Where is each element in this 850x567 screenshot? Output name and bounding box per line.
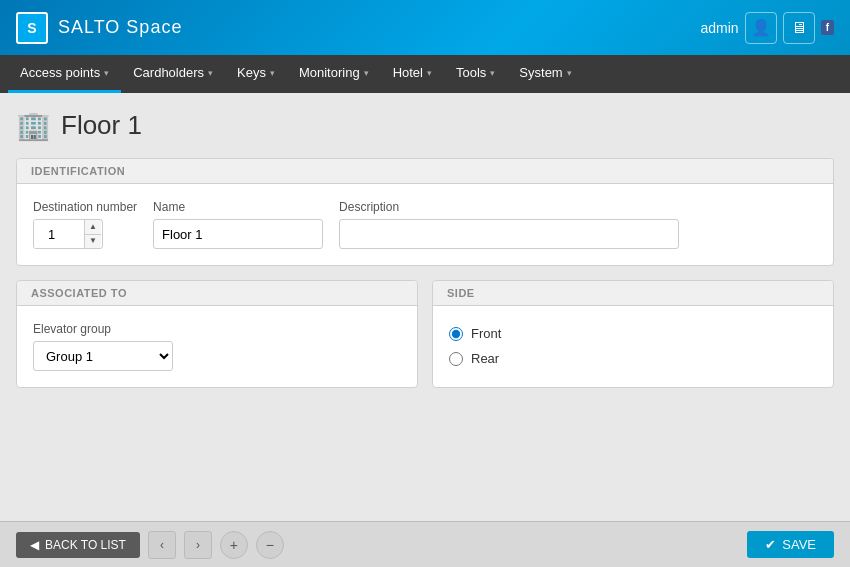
remove-button[interactable]: − xyxy=(256,531,284,559)
add-button[interactable]: + xyxy=(220,531,248,559)
description-input[interactable] xyxy=(339,219,679,249)
radio-front-input[interactable] xyxy=(449,327,463,341)
chevron-down-icon: ▾ xyxy=(208,68,213,78)
chevron-down-icon: ▾ xyxy=(364,68,369,78)
user-icon[interactable]: 👤 xyxy=(745,12,777,44)
nav-system[interactable]: System ▾ xyxy=(507,55,583,93)
footer: ◀ BACK TO LIST ‹ › + − ✔ SAVE xyxy=(0,521,850,567)
name-label: Name xyxy=(153,200,323,214)
side-radio-group: Front Rear xyxy=(449,326,817,366)
main-content: 🏢 Floor 1 IDENTIFICATION Destination num… xyxy=(0,93,850,521)
description-label: Description xyxy=(339,200,679,214)
monitor-icon[interactable]: 🖥 xyxy=(783,12,815,44)
destination-number-label: Destination number xyxy=(33,200,137,214)
identification-card: IDENTIFICATION Destination number ▲ ▼ Na… xyxy=(16,158,834,266)
side-body: Front Rear xyxy=(433,306,833,382)
back-to-list-button[interactable]: ◀ BACK TO LIST xyxy=(16,532,140,558)
spinner-up-button[interactable]: ▲ xyxy=(85,220,101,235)
nav-monitoring[interactable]: Monitoring ▾ xyxy=(287,55,381,93)
radio-rear-item[interactable]: Rear xyxy=(449,351,817,366)
radio-rear-input[interactable] xyxy=(449,352,463,366)
name-input[interactable] xyxy=(153,219,323,249)
header: S SALTO Space admin 👤 🖥 f xyxy=(0,0,850,55)
elevator-group-group: Elevator group Group 1 Group 2 Group 3 xyxy=(33,322,401,371)
nav-next-button[interactable]: › xyxy=(184,531,212,559)
arrow-right-icon: › xyxy=(196,538,200,552)
facebook-icon[interactable]: f xyxy=(821,20,834,35)
description-group: Description xyxy=(339,200,679,249)
checkmark-icon: ✔ xyxy=(765,537,776,552)
chevron-left-icon: ◀ xyxy=(30,538,39,552)
header-left: S SALTO Space xyxy=(16,12,182,44)
destination-number-group: Destination number ▲ ▼ xyxy=(33,200,137,249)
admin-label: admin xyxy=(701,20,739,36)
elevator-group-select[interactable]: Group 1 Group 2 Group 3 xyxy=(33,341,173,371)
destination-number-input[interactable] xyxy=(34,220,84,248)
radio-rear-label: Rear xyxy=(471,351,499,366)
spinner-down-button[interactable]: ▼ xyxy=(85,235,101,249)
associated-to-card: ASSOCIATED TO Elevator group Group 1 Gro… xyxy=(16,280,418,388)
app-title: SALTO Space xyxy=(58,17,182,38)
plus-icon: + xyxy=(230,537,238,553)
nav-hotel[interactable]: Hotel ▾ xyxy=(381,55,444,93)
page-title: Floor 1 xyxy=(61,110,142,141)
navbar: Access points ▾ Cardholders ▾ Keys ▾ Mon… xyxy=(0,55,850,93)
number-spinners: ▲ ▼ xyxy=(84,220,101,248)
nav-cardholders[interactable]: Cardholders ▾ xyxy=(121,55,225,93)
chevron-down-icon: ▾ xyxy=(104,68,109,78)
chevron-down-icon: ▾ xyxy=(270,68,275,78)
chevron-down-icon: ▾ xyxy=(567,68,572,78)
identification-header: IDENTIFICATION xyxy=(17,159,833,184)
logo-icon: S xyxy=(16,12,48,44)
name-group: Name xyxy=(153,200,323,249)
side-card: SIDE Front Rear xyxy=(432,280,834,388)
side-header: SIDE xyxy=(433,281,833,306)
radio-front-label: Front xyxy=(471,326,501,341)
minus-icon: − xyxy=(266,537,274,553)
associated-to-header: ASSOCIATED TO xyxy=(17,281,417,306)
identification-form-row: Destination number ▲ ▼ Name Description xyxy=(33,200,817,249)
footer-left: ◀ BACK TO LIST ‹ › + − xyxy=(16,531,284,559)
nav-access-points[interactable]: Access points ▾ xyxy=(8,55,121,93)
radio-front-item[interactable]: Front xyxy=(449,326,817,341)
arrow-left-icon: ‹ xyxy=(160,538,164,552)
nav-keys[interactable]: Keys ▾ xyxy=(225,55,287,93)
elevator-group-label: Elevator group xyxy=(33,322,401,336)
save-button[interactable]: ✔ SAVE xyxy=(747,531,834,558)
destination-number-input-wrapper: ▲ ▼ xyxy=(33,219,103,249)
two-col-section: ASSOCIATED TO Elevator group Group 1 Gro… xyxy=(16,280,834,402)
nav-tools[interactable]: Tools ▾ xyxy=(444,55,507,93)
nav-prev-button[interactable]: ‹ xyxy=(148,531,176,559)
identification-body: Destination number ▲ ▼ Name Description xyxy=(17,184,833,265)
page-title-area: 🏢 Floor 1 xyxy=(16,109,834,142)
header-right: admin 👤 🖥 f xyxy=(701,12,834,44)
building-icon: 🏢 xyxy=(16,109,51,142)
chevron-down-icon: ▾ xyxy=(490,68,495,78)
associated-to-body: Elevator group Group 1 Group 2 Group 3 xyxy=(17,306,417,387)
chevron-down-icon: ▾ xyxy=(427,68,432,78)
